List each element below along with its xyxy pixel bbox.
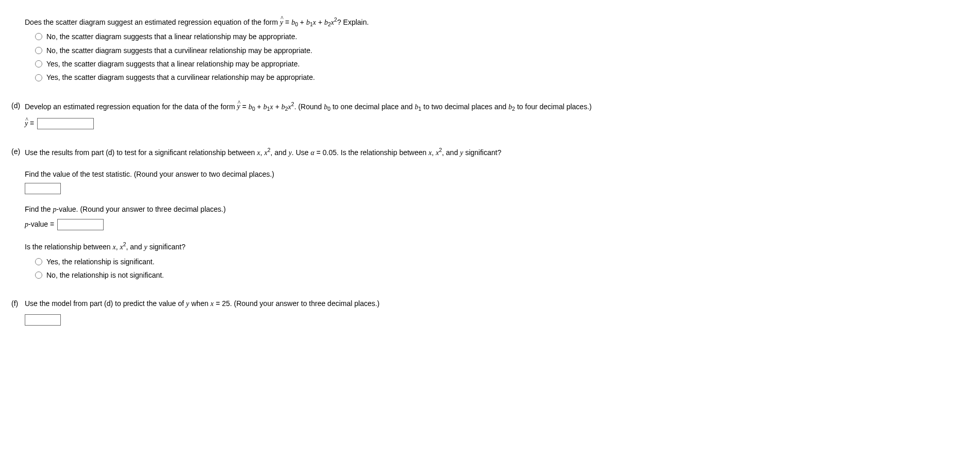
text-fragment: +	[255, 102, 263, 110]
radio-c-4[interactable]	[35, 74, 42, 81]
option-e-2-label: No, the relationship is not significant.	[46, 269, 164, 281]
text-fragment: ,	[260, 148, 264, 157]
prediction-input[interactable]	[25, 314, 61, 326]
question-f: (f) Use the model from part (d) to predi…	[10, 298, 970, 326]
text-fragment: . Use	[292, 148, 311, 157]
pvalue-label: p-value =	[25, 218, 54, 230]
b1-symbol: b	[263, 103, 267, 110]
text-fragment: to four decimal places.)	[515, 102, 592, 110]
yhat-equals-label: y =	[25, 117, 34, 129]
text-fragment: =	[240, 102, 248, 110]
b1-symbol: b	[306, 19, 310, 26]
text-fragment: Use the model from part (d) to predict t…	[25, 299, 186, 308]
yhat-symbol: y	[237, 101, 240, 112]
option-c-1[interactable]: No, the scatter diagram suggests that a …	[35, 31, 970, 42]
text-fragment: +	[298, 18, 306, 26]
alpha-symbol: α	[310, 149, 314, 157]
pvalue-input[interactable]	[57, 219, 104, 230]
text-fragment: . (Round	[294, 102, 324, 110]
question-c-scatter: Does the scatter diagram suggest an esti…	[10, 15, 970, 83]
text-fragment: -value =	[28, 220, 54, 228]
p-symbol: p	[25, 220, 28, 228]
option-c-2-label: No, the scatter diagram suggests that a …	[46, 45, 312, 56]
option-e-1-label: Yes, the relationship is significant.	[46, 256, 155, 267]
question-f-text: Use the model from part (d) to predict t…	[25, 298, 970, 310]
b1-symbol: b	[415, 103, 419, 110]
text-fragment: +	[273, 102, 281, 110]
part-e-label: (e)	[10, 146, 25, 157]
test-statistic-input[interactable]	[25, 183, 61, 194]
radio-c-3[interactable]	[35, 60, 42, 67]
radio-c-1[interactable]	[35, 33, 42, 40]
text-fragment: +	[316, 18, 324, 26]
text-fragment: = 25. (Round your answer to three decima…	[214, 299, 380, 308]
option-c-3-label: Yes, the scatter diagram suggests that a…	[46, 58, 300, 70]
option-e-1[interactable]: Yes, the relationship is significant.	[35, 256, 970, 267]
b2-symbol: b	[281, 103, 285, 110]
option-c-2[interactable]: No, the scatter diagram suggests that a …	[35, 45, 970, 56]
radio-e-2[interactable]	[35, 272, 42, 279]
text-fragment: = 0.05. Is the relationship between	[314, 148, 428, 157]
yhat-symbol: y	[280, 17, 283, 28]
question-e-text: Use the results from part (d) to test fo…	[25, 146, 970, 159]
text-fragment: when	[189, 299, 210, 308]
text-fragment: , and	[442, 148, 460, 157]
text-fragment: significant?	[147, 242, 186, 250]
question-d-text: Develop an estimated regression equation…	[25, 100, 970, 113]
radio-c-2[interactable]	[35, 47, 42, 54]
find-test-stat-text: Find the value of the test statistic. (R…	[25, 168, 970, 180]
text-fragment: , and	[271, 148, 289, 157]
b2-symbol: b	[324, 19, 328, 26]
question-c-text: Does the scatter diagram suggest an esti…	[25, 15, 970, 29]
text-fragment: -value. (Round your answer to three deci…	[56, 205, 225, 213]
option-c-4-label: Yes, the scatter diagram suggests that a…	[46, 72, 315, 83]
option-c-4[interactable]: Yes, the scatter diagram suggests that a…	[35, 72, 970, 83]
text-fragment: to two decimal places and	[421, 102, 508, 110]
text-fragment: =	[283, 18, 291, 26]
radio-e-1[interactable]	[35, 258, 42, 265]
text-fragment: Find the	[25, 205, 53, 213]
text-fragment: ? Explain.	[337, 18, 369, 26]
text-fragment: Is the relationship between	[25, 242, 112, 250]
b0-symbol: b	[248, 103, 252, 110]
text-fragment: significant?	[463, 148, 502, 157]
option-e-2[interactable]: No, the relationship is not significant.	[35, 269, 970, 281]
yhat-equation-input[interactable]	[37, 118, 94, 129]
option-c-3[interactable]: Yes, the scatter diagram suggests that a…	[35, 58, 970, 70]
part-f-label: (f)	[10, 298, 25, 309]
find-pvalue-text: Find the p-value. (Round your answer to …	[25, 203, 970, 215]
text-fragment: Develop an estimated regression equation…	[25, 102, 237, 110]
part-d-label: (d)	[10, 100, 25, 111]
question-d: (d) Develop an estimated regression equa…	[10, 100, 970, 130]
significance-question: Is the relationship between x, x2, and y…	[25, 240, 970, 253]
text-fragment: Does the scatter diagram suggest an esti…	[25, 18, 280, 26]
question-e: (e) Use the results from part (d) to tes…	[10, 146, 970, 281]
text-fragment: , and	[126, 242, 144, 250]
text-fragment: Use the results from part (d) to test fo…	[25, 148, 257, 157]
yhat-input-row: y =	[25, 117, 970, 129]
pvalue-input-row: p-value =	[25, 218, 970, 230]
option-c-1-label: No, the scatter diagram suggests that a …	[46, 31, 297, 42]
text-fragment: =	[28, 119, 34, 127]
text-fragment: to one decimal place and	[330, 102, 414, 110]
